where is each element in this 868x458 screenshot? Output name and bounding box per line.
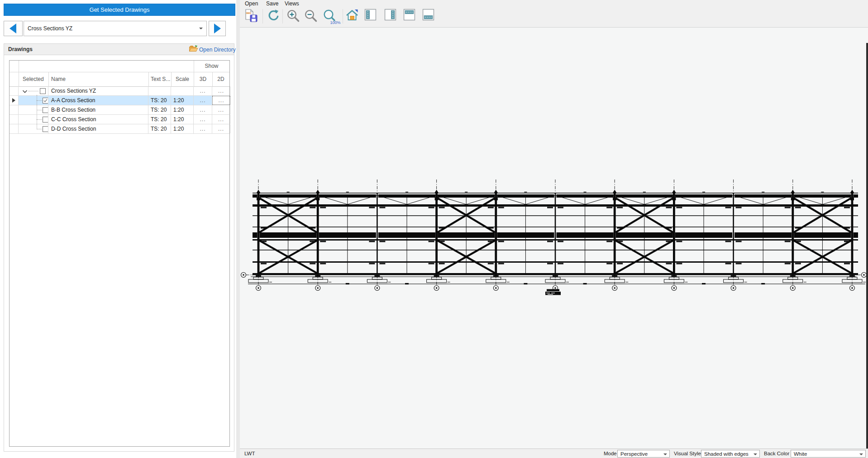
- selected-checkbox[interactable]: [43, 117, 48, 123]
- zoom-100-button[interactable]: 100%: [322, 9, 341, 25]
- viewport-right-edge: [866, 43, 868, 449]
- zoom-in-button[interactable]: [286, 9, 300, 23]
- drawing-set-value: Cross Sections YZ: [28, 25, 199, 32]
- cell: [19, 105, 48, 114]
- cell: 1:20: [171, 124, 194, 133]
- selected-checkbox[interactable]: [43, 98, 48, 104]
- nav-back-button[interactable]: [4, 21, 23, 36]
- selected-checkbox[interactable]: [43, 126, 48, 132]
- show-2d-button[interactable]: ...: [212, 96, 230, 105]
- nav-forward-button[interactable]: [209, 21, 226, 36]
- drawing-name: A-A Cross Section: [48, 97, 95, 104]
- save-image-icon: IMG: [244, 9, 258, 23]
- forward-arrow-icon: [211, 22, 223, 35]
- selected-checkbox[interactable]: [43, 107, 48, 113]
- text-size-value: TS: 20: [148, 97, 167, 104]
- ellipsis-label: ...: [218, 116, 224, 123]
- table-row[interactable]: Cross Sections YZ......: [10, 86, 229, 96]
- save-image-button[interactable]: IMG: [243, 9, 259, 23]
- cell: TS: 20: [148, 105, 171, 114]
- show-3d-button[interactable]: ...: [194, 115, 212, 124]
- get-selected-drawings-button[interactable]: Get Selected Drawings: [4, 4, 235, 16]
- cell: [171, 86, 194, 95]
- cell: 1:20: [171, 105, 194, 114]
- home-icon: [345, 9, 359, 22]
- show-2d-button[interactable]: ...: [212, 124, 230, 133]
- cell: [19, 115, 48, 124]
- ellipsis-label: ...: [200, 126, 205, 132]
- cell: TS: 20: [148, 96, 171, 105]
- chevron-down-icon: [199, 28, 203, 29]
- show-3d-button[interactable]: ...: [194, 124, 212, 133]
- dock-top-icon: [403, 9, 415, 21]
- table-row[interactable]: B-B Cross SectionTS: 201:20......: [10, 105, 229, 115]
- drawings-table: Show Selected Name Text S... Scale 3D 2D…: [9, 60, 230, 447]
- cell: TS: 20: [148, 115, 171, 124]
- selected-checkbox[interactable]: [40, 88, 46, 94]
- visual-style-value: Shaded with edges: [704, 451, 749, 457]
- back-arrow-icon: [7, 22, 19, 35]
- show-2d-button[interactable]: ...: [212, 105, 230, 114]
- cell: [10, 96, 19, 105]
- checkmark-icon: [43, 98, 48, 103]
- cell: 1:20: [171, 96, 194, 105]
- scale-value: 1:20: [171, 126, 184, 132]
- home-view-button[interactable]: [345, 9, 359, 22]
- back-color-dropdown[interactable]: White: [791, 450, 866, 458]
- cell: Cross Sections YZ: [48, 86, 148, 95]
- dock-left-button[interactable]: [363, 9, 377, 21]
- scale-value: 1:20: [171, 97, 184, 104]
- dock-bottom-button[interactable]: [421, 9, 435, 21]
- show-3d-button[interactable]: ...: [194, 86, 212, 95]
- drawing-set-dropdown[interactable]: Cross Sections YZ: [24, 21, 207, 36]
- svg-text:IMG: IMG: [246, 12, 252, 14]
- visual-style-dropdown[interactable]: Shaded with edges: [701, 450, 760, 458]
- visual-style-label: Visual Style: [674, 451, 701, 456]
- text-size-value: TS: 20: [148, 107, 167, 113]
- dock-right-button[interactable]: [383, 9, 397, 21]
- menu-save[interactable]: Save: [266, 0, 278, 7]
- cell: A-A Cross Section: [48, 96, 148, 105]
- menu-views[interactable]: Views: [285, 0, 299, 7]
- tree-line: [37, 100, 42, 101]
- refresh-button[interactable]: [267, 9, 280, 22]
- open-folder-icon: [189, 45, 198, 54]
- cell: [10, 86, 19, 95]
- show-2d-button[interactable]: ...: [212, 86, 230, 95]
- open-directory-link[interactable]: Open Directory: [199, 47, 236, 53]
- back-color-value: White: [794, 451, 807, 457]
- mode-label: Mode: [604, 451, 617, 456]
- table-row[interactable]: D-D Cross SectionTS: 201:20......: [10, 124, 229, 134]
- tree-collapse-chevron-icon[interactable]: [22, 90, 28, 93]
- scale-value: 1:20: [171, 107, 184, 113]
- cell: C-C Cross Section: [48, 115, 148, 124]
- cell: [19, 124, 48, 133]
- show-2d-button[interactable]: ...: [212, 115, 230, 124]
- table-row[interactable]: C-C Cross SectionTS: 201:20......: [10, 115, 229, 124]
- zoom-out-icon: [304, 9, 318, 23]
- lwt-label: LWT: [244, 451, 255, 456]
- text-size-value: TS: 20: [148, 126, 167, 132]
- show-3d-button[interactable]: ...: [194, 105, 212, 114]
- table-row[interactable]: A-A Cross SectionTS: 201:20......: [10, 96, 229, 105]
- chevron-down-icon: [663, 453, 667, 455]
- toolbar-separator: [262, 9, 263, 24]
- dock-top-button[interactable]: [402, 9, 416, 21]
- application-window: Get Selected Drawings Cross Sections YZ …: [0, 0, 868, 458]
- svg-text:100%: 100%: [330, 20, 340, 25]
- status-bar: LWT Mode Perspective Visual Style Shaded…: [240, 449, 868, 458]
- ellipsis-label: ...: [218, 107, 224, 113]
- ellipsis-label: ...: [218, 97, 224, 104]
- dock-bottom-icon: [422, 9, 434, 21]
- ellipsis-label: ...: [200, 88, 205, 94]
- show-3d-button[interactable]: ...: [194, 96, 212, 105]
- mode-dropdown[interactable]: Perspective: [617, 450, 670, 458]
- drawings-title: Drawings: [8, 46, 33, 52]
- mode-value: Perspective: [620, 451, 648, 457]
- panel-splitter[interactable]: [236, 0, 240, 458]
- zoom-out-button[interactable]: [304, 9, 318, 23]
- dock-right-icon: [384, 9, 396, 21]
- ellipsis-label: ...: [218, 88, 224, 94]
- menu-open[interactable]: Open: [245, 0, 258, 7]
- cell: [148, 86, 171, 95]
